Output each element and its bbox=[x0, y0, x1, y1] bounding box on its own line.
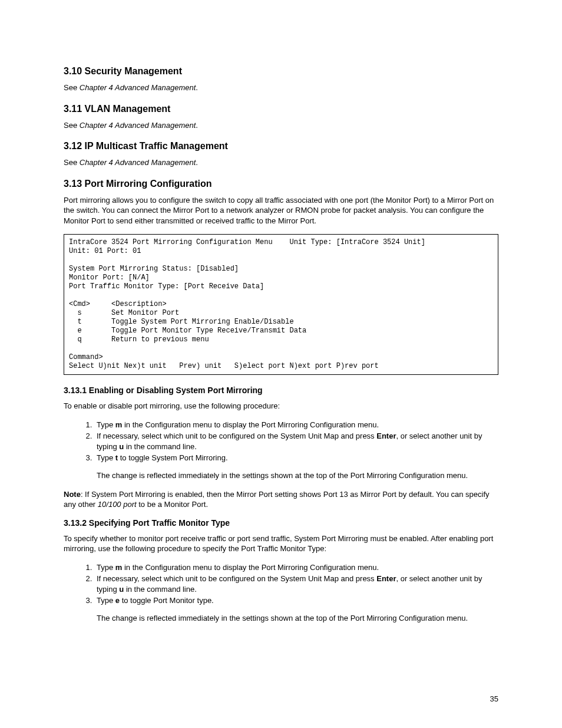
text: See bbox=[64, 121, 80, 130]
key-enter: Enter bbox=[376, 574, 396, 583]
see-ref-3-11: See Chapter 4 Advanced Management. bbox=[64, 120, 498, 131]
intro-3-13-2: To specify whether to monitor port recei… bbox=[64, 533, 498, 554]
heading-3-11: 3.11 VLAN Management bbox=[64, 104, 498, 114]
heading-3-10: 3.10 Security Management bbox=[64, 66, 498, 77]
text: in the command line. bbox=[124, 585, 197, 594]
intro-3-13: Port mirroring allows you to configure t… bbox=[64, 195, 498, 226]
key-m: m bbox=[115, 563, 123, 572]
text: Type bbox=[97, 596, 115, 605]
list-item: If necessary, select which unit to be co… bbox=[94, 574, 498, 594]
key-enter: Enter bbox=[376, 431, 396, 440]
step-result: The change is reflected immediately in t… bbox=[97, 613, 498, 624]
note-italic: 10/100 port bbox=[98, 500, 137, 509]
see-ref-italic: Chapter 4 Advanced Management bbox=[80, 158, 196, 167]
text: . bbox=[196, 83, 198, 92]
text: If necessary, select which unit to be co… bbox=[97, 574, 376, 583]
step-result: The change is reflected immediately in t… bbox=[97, 470, 498, 481]
text: . bbox=[196, 158, 198, 167]
list-item: If necessary, select which unit to be co… bbox=[94, 431, 498, 452]
text: Type bbox=[97, 420, 115, 429]
see-ref-3-12: See Chapter 4 Advanced Management. bbox=[64, 157, 498, 168]
text: in the command line. bbox=[124, 442, 197, 451]
text: See bbox=[64, 158, 80, 167]
see-ref-3-10: See Chapter 4 Advanced Management. bbox=[64, 83, 498, 93]
heading-3-13-1: 3.13.1 Enabling or Disabling System Port… bbox=[64, 386, 498, 395]
key-e: e bbox=[115, 596, 120, 605]
steps-3-13-1: Type m in the Configuration menu to disp… bbox=[64, 420, 498, 481]
list-item: Type t to toggle System Port Mirroring. … bbox=[94, 453, 498, 480]
key-m: m bbox=[115, 420, 123, 429]
list-item: Type m in the Configuration menu to disp… bbox=[94, 562, 498, 573]
text: Type bbox=[97, 453, 115, 462]
text: in the Configuration menu to display the… bbox=[122, 420, 379, 429]
intro-3-13-1: To enable or disable port mirroring, use… bbox=[64, 401, 498, 411]
heading-3-13-2: 3.13.2 Specifying Port Traffic Monitor T… bbox=[64, 518, 498, 528]
note-label: Note bbox=[64, 490, 81, 499]
heading-3-13: 3.13 Port Mirroring Configuration bbox=[64, 179, 498, 189]
text: If necessary, select which unit to be co… bbox=[97, 431, 376, 440]
page-number: 35 bbox=[490, 694, 498, 703]
steps-3-13-2: Type m in the Configuration menu to disp… bbox=[64, 562, 498, 624]
text: to toggle Port Monitor type. bbox=[120, 596, 214, 605]
text: to toggle System Port Mirroring. bbox=[118, 453, 227, 462]
note-3-13-1: Note: If System Port Mirroring is enable… bbox=[64, 489, 498, 510]
text: to be a Monitor Port. bbox=[137, 500, 208, 509]
text: . bbox=[196, 121, 198, 130]
terminal-output: IntraCore 3524 Port Mirroring Configurat… bbox=[64, 234, 498, 375]
text: in the Configuration menu to display the… bbox=[122, 563, 379, 572]
list-item: Type m in the Configuration menu to disp… bbox=[94, 420, 498, 430]
list-item: Type e to toggle Port Monitor type. The … bbox=[94, 595, 498, 623]
page: 3.10 Security Management See Chapter 4 A… bbox=[0, 0, 562, 728]
text: See bbox=[64, 83, 80, 92]
see-ref-italic: Chapter 4 Advanced Management bbox=[80, 121, 196, 130]
see-ref-italic: Chapter 4 Advanced Management bbox=[80, 83, 196, 92]
heading-3-12: 3.12 IP Multicast Traffic Management bbox=[64, 141, 498, 151]
text: Type bbox=[97, 563, 115, 572]
